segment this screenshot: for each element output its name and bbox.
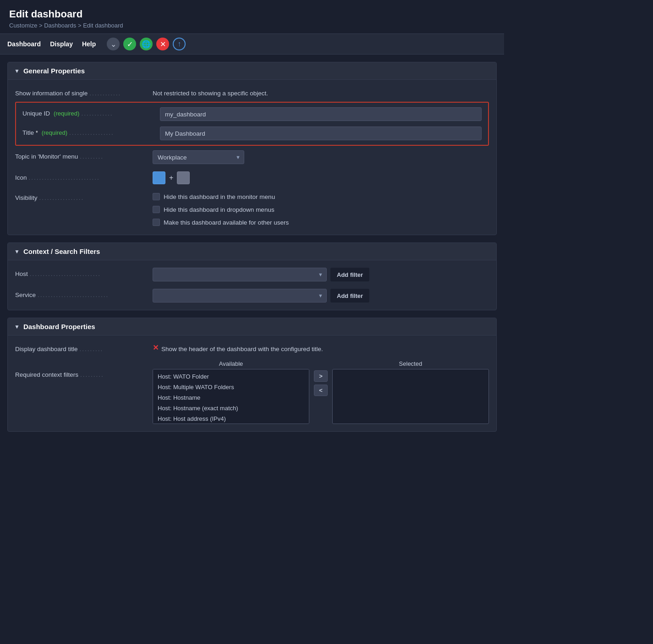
service-filter-select[interactable] [153,289,327,303]
title-input[interactable] [160,127,482,140]
service-filter-control: Add filter [153,289,489,303]
globe-icon-btn[interactable]: 🌐 [140,38,153,50]
toolbar-menu: Dashboard Display Help [7,39,96,50]
selected-label: Selected [332,360,489,367]
host-filter-control: Add filter [153,268,489,281]
visibility-label-2: Hide this dashboard in dropdown menus [164,206,274,213]
toolbar-icons: ⌄ ✓ 🌐 ✕ ↑ [107,38,186,50]
general-properties-form: Show information of single ............ … [8,80,496,235]
dashboard-properties-form: Display dashboard title ......... ✕ Show… [8,336,496,431]
dashboard-properties-header: ▼ Dashboard Properties [8,318,496,336]
move-right-btn[interactable]: > [314,370,328,382]
available-list-wrapper: Available Host: WATO Folder Host: Multip… [153,360,309,424]
collapse-triangle-icon[interactable]: ▼ [14,68,20,74]
icon-control: + [153,171,489,184]
unique-id-row: Unique ID (required) ............ [16,105,488,124]
list-item[interactable]: Host: Multiple WATO Folders [153,382,309,392]
general-properties-section: ▼ General Properties Show information of… [7,62,497,235]
dual-list-control: Available Host: WATO Folder Host: Multip… [153,360,489,424]
dashboard-properties-title: Dashboard Properties [23,323,95,330]
visibility-control: Hide this dashboard in the monitor menu … [153,192,489,227]
host-filter-row: Host ........................... Add fil… [8,264,496,285]
show-info-row: Show information of single ............ … [8,83,496,101]
upload-icon-btn[interactable]: ↑ [173,38,186,50]
list-item[interactable]: Host: Host address (IPv4) [153,413,309,424]
visibility-checkbox-1[interactable] [153,193,160,200]
x-mark-icon: ✕ [153,343,159,352]
required-context-row: Required context filters ......... Avail… [8,357,496,428]
service-filter-row: Service ........................... Add … [8,285,496,306]
service-filter-wrapper [153,289,327,303]
move-left-btn[interactable]: < [314,385,328,396]
visibility-option-2: Hide this dashboard in dropdown menus [153,204,289,215]
visibility-label: Visibility ................. [15,192,153,201]
list-item[interactable]: Host: WATO Folder [153,371,309,382]
visibility-option-3: Make this dashboard available for other … [153,217,289,227]
topic-select-wrapper: Workplace Hosts Events Overview Inventor… [153,150,244,164]
collapse-triangle-icon-2[interactable]: ▼ [14,248,20,255]
context-filters-title: Context / Search Filters [23,248,100,255]
menu-item-display[interactable]: Display [50,39,73,50]
visibility-option-1: Hide this dashboard in the monitor menu [153,192,289,202]
available-label: Available [153,360,309,367]
icon-label: Icon ........................... [15,171,153,181]
topic-row: Topic in 'Monitor' menu ......... Workpl… [8,147,496,168]
unique-id-label: Unique ID (required) ............ [22,107,160,117]
context-filters-form: Host ........................... Add fil… [8,260,496,310]
display-title-value: ✕ Show the header of the dashboard with … [153,343,323,352]
context-filters-section: ▼ Context / Search Filters Host ........… [7,242,497,310]
visibility-label-3: Make this dashboard available for other … [164,219,289,226]
list-item[interactable]: Host: Hostname [153,392,309,403]
required-fields-box: Unique ID (required) ............ Title*… [15,102,489,146]
title-label: Title* (required) ................. [22,127,160,136]
topic-select[interactable]: Workplace Hosts Events Overview Inventor… [153,150,244,164]
close-icon-btn[interactable]: ✕ [156,38,169,50]
plus-icon: + [169,174,173,182]
show-info-label: Show information of single ............ [15,87,153,97]
page-title: Edit dashboard [9,8,495,20]
host-add-filter-btn[interactable]: Add filter [330,268,369,281]
unique-id-control [160,107,482,121]
title-control [160,127,482,140]
title-row: Title* (required) ................. [16,124,488,143]
dropdown-icon-btn[interactable]: ⌄ [107,38,120,50]
collapse-triangle-icon-3[interactable]: ▼ [14,324,20,330]
icon-color-secondary[interactable] [177,171,190,184]
host-filter-wrapper [153,268,327,281]
host-label: Host ........................... [15,268,153,277]
general-properties-header: ▼ General Properties [8,62,496,80]
display-title-row: Display dashboard title ......... ✕ Show… [8,339,496,357]
visibility-row: Visibility ................. Hide this d… [8,188,496,231]
visibility-checkbox-2[interactable] [153,206,160,213]
menu-item-help[interactable]: Help [82,39,96,50]
general-properties-title: General Properties [23,67,85,75]
service-label: Service ........................... [15,289,153,298]
selected-list[interactable] [332,369,489,424]
dual-list-container: Available Host: WATO Folder Host: Multip… [153,360,489,424]
icon-row: Icon ........................... + [8,168,496,188]
required-context-label: Required context filters ......... [15,360,153,378]
list-arrows: > < [314,360,328,396]
dashboard-properties-section: ▼ Dashboard Properties Display dashboard… [7,318,497,432]
title-required: (required) [42,129,67,136]
host-filter-select[interactable] [153,268,327,281]
icon-color-primary[interactable] [153,171,165,184]
available-list[interactable]: Host: WATO Folder Host: Multiple WATO Fo… [153,369,309,424]
unique-id-required: (required) [54,110,79,117]
menu-item-dashboard[interactable]: Dashboard [7,39,41,50]
show-info-value: Not restricted to showing a specific obj… [153,87,489,97]
display-title-label: Display dashboard title ......... [15,343,153,352]
breadcrumb: Customize > Dashboards > Edit dashboard [9,22,495,29]
toolbar: Dashboard Display Help ⌄ ✓ 🌐 ✕ ↑ [0,33,504,55]
list-item[interactable]: Host: Hostname (exact match) [153,403,309,413]
topic-label: Topic in 'Monitor' menu ......... [15,150,153,160]
visibility-label-1: Hide this dashboard in the monitor menu [164,193,275,200]
topic-control: Workplace Hosts Events Overview Inventor… [153,150,489,164]
check-icon-btn[interactable]: ✓ [123,38,136,50]
unique-id-input[interactable] [160,107,482,121]
page-header: Edit dashboard Customize > Dashboards > … [0,0,504,33]
visibility-checkbox-3[interactable] [153,219,160,226]
context-filters-header: ▼ Context / Search Filters [8,243,496,260]
service-add-filter-btn[interactable]: Add filter [330,289,369,303]
display-title-control: ✕ Show the header of the dashboard with … [153,343,489,352]
